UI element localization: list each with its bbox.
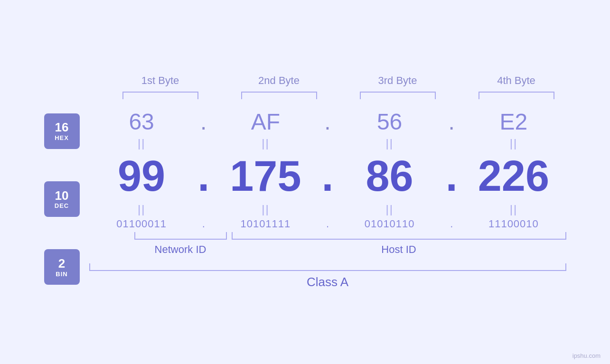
- eq1-b2: ||: [213, 135, 318, 152]
- dot-dec-3: .: [442, 152, 461, 201]
- dot-bin-3: .: [442, 218, 461, 230]
- bin-badge: 2 BIN: [44, 249, 80, 285]
- top-brackets: [111, 92, 566, 99]
- hex-b1: 63: [129, 109, 154, 135]
- dec-b4: 226: [478, 152, 549, 201]
- byte-headers: 1st Byte 2nd Byte 3rd Byte 4th Byte: [111, 75, 566, 87]
- dec-row: 99 . 175 . 86 . 226: [89, 152, 566, 201]
- labels-row: Network ID Host ID: [134, 243, 566, 256]
- hex-b4: E2: [500, 109, 528, 135]
- bracket-bottom-network: [134, 232, 227, 240]
- eq1-dot: [194, 135, 213, 152]
- bracket-bottom-host: [232, 232, 566, 240]
- bracket-top-3: [360, 92, 436, 99]
- bin-b2: 10101111: [240, 218, 291, 230]
- byte-header-4: 4th Byte: [467, 75, 566, 87]
- dec-b3: 86: [366, 152, 413, 201]
- watermark: ipshu.com: [572, 352, 601, 359]
- bin-b3: 01010110: [365, 218, 415, 230]
- class-label: Class A: [89, 275, 566, 289]
- bottom-brackets: Network ID Host ID: [134, 230, 566, 256]
- equals-row-1: || || || ||: [89, 135, 566, 152]
- dot-dec-2: .: [318, 152, 337, 201]
- host-id-label: Host ID: [232, 243, 566, 256]
- content-area: 16 HEX 10 DEC 2 BIN 63 . AF . 56: [44, 109, 566, 289]
- class-section: Class A: [89, 263, 566, 289]
- eq2-b3: ||: [337, 201, 442, 218]
- dot-bin-2: .: [318, 218, 337, 230]
- eq2-b4: ||: [461, 201, 566, 218]
- dec-badge: 10 DEC: [44, 181, 80, 217]
- dec-b2: 175: [230, 152, 301, 201]
- bin-row: 01100011 . 10101111 . 01010110 . 1110001…: [89, 218, 566, 230]
- hex-row: 63 . AF . 56 . E2: [89, 109, 566, 135]
- equals-row-2: || || || ||: [89, 201, 566, 218]
- hex-b2: AF: [251, 109, 280, 135]
- bracket-top-4: [479, 92, 554, 99]
- dot-dec-1: .: [194, 152, 213, 201]
- bin-b1: 01100011: [116, 218, 167, 230]
- bin-b4: 11100010: [488, 218, 539, 230]
- hex-b3: 56: [377, 109, 402, 135]
- dec-b1: 99: [118, 152, 165, 201]
- hex-badge: 16 HEX: [44, 113, 80, 149]
- byte-header-3: 3rd Byte: [348, 75, 448, 87]
- class-bracket: [89, 263, 566, 271]
- eq1-dot2: [318, 135, 337, 152]
- dot-hex-3: .: [442, 109, 461, 135]
- bottom-bracket-row: [134, 232, 566, 240]
- dot-hex-1: .: [194, 109, 213, 135]
- dot-bin-1: .: [194, 218, 213, 230]
- base-labels: 16 HEX 10 DEC 2 BIN: [44, 109, 80, 289]
- network-id-label: Network ID: [134, 243, 227, 256]
- byte-header-1: 1st Byte: [111, 75, 210, 87]
- eq2-b1: ||: [89, 201, 194, 218]
- eq1-b1: ||: [89, 135, 194, 152]
- bracket-top-2: [241, 92, 317, 99]
- eq2-b2: ||: [213, 201, 318, 218]
- eq1-b4: ||: [461, 135, 566, 152]
- rows-area: 63 . AF . 56 . E2 || || || || 99: [89, 109, 566, 289]
- eq1-b3: ||: [337, 135, 442, 152]
- dot-hex-2: .: [318, 109, 337, 135]
- eq1-dot3: [442, 135, 461, 152]
- bracket-top-1: [122, 92, 198, 99]
- byte-header-2: 2nd Byte: [229, 75, 329, 87]
